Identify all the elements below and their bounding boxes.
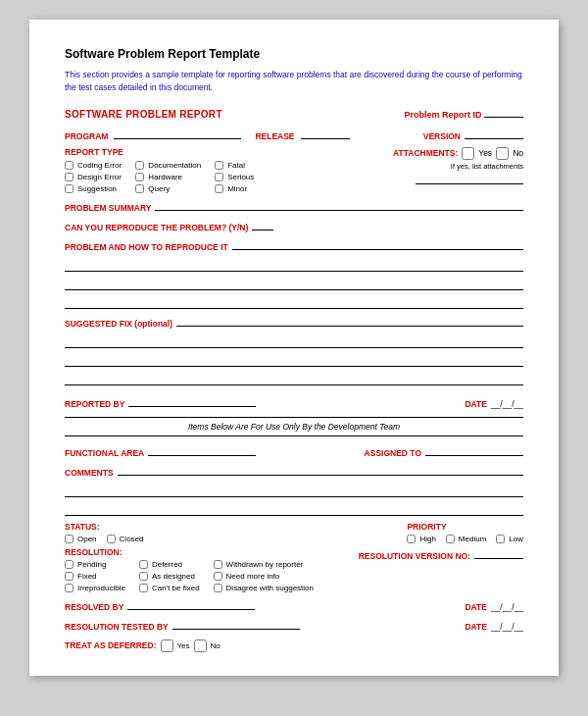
problem-report-id-group: Problem Report ID <box>404 106 523 120</box>
design-error-checkbox[interactable] <box>65 173 74 181</box>
attachments-block: ATTACHMENTS: Yes No If yes, list attachm… <box>393 147 523 184</box>
hardware-checkbox[interactable] <box>135 173 144 181</box>
checkbox-query: Query <box>135 184 201 193</box>
section-header: SOFTWARE PROBLEM REPORT <box>65 109 222 120</box>
suggested-fix-field3[interactable] <box>65 353 523 367</box>
problem-how-field3[interactable] <box>65 277 523 290</box>
status-open: Open <box>65 535 97 543</box>
fatal-checkbox[interactable] <box>215 161 223 170</box>
checkbox-serious: Serious <box>215 173 254 181</box>
release-field[interactable] <box>301 128 350 139</box>
program-field[interactable] <box>114 128 241 139</box>
problem-how-field1[interactable] <box>232 238 523 250</box>
resolution-block: RESOLUTION: Pending Deferred Withdrawn b… <box>65 547 314 592</box>
treat-as-deferred-row: TREAT AS DEFERRED: Yes No <box>65 639 523 652</box>
resolution-section: RESOLUTION: Pending Deferred Withdrawn b… <box>65 547 523 592</box>
reported-by-row: REPORTED BY DATE __/__/__ <box>65 395 523 409</box>
checkbox-minor: Minor <box>215 184 254 193</box>
query-checkbox[interactable] <box>135 184 144 193</box>
coding-error-checkbox[interactable] <box>65 161 74 170</box>
report-type-col3: Fatal Serious Minor <box>215 161 254 193</box>
resolution-tested-row: RESOLUTION TESTED BY DATE __/__/__ <box>65 618 523 632</box>
irreproducible-checkbox[interactable] <box>65 584 74 592</box>
res-pending: Pending <box>65 560 125 569</box>
problem-report-id-label: Problem Report ID <box>404 106 523 120</box>
res-withdrawn: Withdrawn by reporter <box>214 560 314 569</box>
res-cant-fix: Can't be fixed <box>139 584 200 592</box>
as-designed-checkbox[interactable] <box>139 572 148 581</box>
suggested-fix-field4[interactable] <box>65 372 523 385</box>
status-block: STATUS: Open Closed <box>65 522 143 543</box>
low-checkbox[interactable] <box>496 535 505 543</box>
attach-list-field[interactable] <box>416 173 523 184</box>
checkbox-design-error: Design Error <box>65 173 122 181</box>
comments-field3[interactable] <box>65 502 523 516</box>
disagree-checkbox[interactable] <box>214 584 222 592</box>
assigned-to-field[interactable] <box>425 444 523 456</box>
comments-field2[interactable] <box>65 484 523 497</box>
version-group: VERSION <box>423 128 523 141</box>
minor-checkbox[interactable] <box>215 184 223 193</box>
priority-medium: Medium <box>446 535 486 543</box>
high-checkbox[interactable] <box>407 535 416 543</box>
comments-field1[interactable] <box>118 464 523 476</box>
comments-group: COMMENTS <box>65 464 523 516</box>
res-fixed: Fixed <box>65 572 125 581</box>
res-need-more: Need more info <box>214 572 314 581</box>
priority-high: High <box>407 535 435 543</box>
need-more-checkbox[interactable] <box>214 572 222 581</box>
version-field[interactable] <box>465 128 523 139</box>
suggestion-checkbox[interactable] <box>65 184 74 193</box>
attach-yes-checkbox[interactable] <box>462 147 474 160</box>
documentation-checkbox[interactable] <box>135 161 144 170</box>
resolution-tested-field[interactable] <box>172 618 300 630</box>
problem-how-field4[interactable] <box>65 295 523 309</box>
report-type-col2: Documentation Hardware Query <box>135 161 201 193</box>
attach-note: If yes, list attachments <box>451 162 523 171</box>
reported-by-field[interactable] <box>128 395 256 407</box>
program-release-row: PROGRAM RELEASE <box>65 128 350 141</box>
medium-checkbox[interactable] <box>446 535 455 543</box>
cant-fix-checkbox[interactable] <box>139 584 148 592</box>
resolved-by-row: RESOLVED BY DATE __/__/__ <box>65 598 523 612</box>
dev-banner: Items Below Are For Use Only By the Deve… <box>65 417 523 436</box>
fixed-checkbox[interactable] <box>65 572 74 581</box>
page-title: Software Problem Report Template <box>65 47 523 61</box>
open-checkbox[interactable] <box>65 535 74 543</box>
resolved-by-field[interactable] <box>127 598 255 610</box>
report-type-block: REPORT TYPE Coding Error Design Error Su… <box>65 147 254 193</box>
res-disagree: Disagree with suggestion <box>214 584 314 592</box>
can-reproduce-row: CAN YOU REPRODUCE THE PROBLEM? (Y/N) <box>65 219 523 232</box>
checkbox-suggestion: Suggestion <box>65 184 122 193</box>
withdrawn-checkbox[interactable] <box>214 560 222 569</box>
resolution-grid: Pending Deferred Withdrawn by reporter F… <box>65 560 314 592</box>
closed-checkbox[interactable] <box>107 535 116 543</box>
res-as-designed: As designed <box>139 572 200 581</box>
resolution-version-block: RESOLUTION VERSION NO: <box>359 547 523 561</box>
res-irreproducible: Irreproducible <box>65 584 125 592</box>
problem-how-group: PROBLEM AND HOW TO REPRODUCE IT <box>65 238 523 309</box>
attach-no-checkbox[interactable] <box>496 147 509 160</box>
deferred-checkbox[interactable] <box>139 560 148 569</box>
serious-checkbox[interactable] <box>215 173 223 181</box>
treat-yes-checkbox[interactable] <box>161 639 173 652</box>
functional-assigned-row: FUNCTIONAL AREA ASSIGNED TO <box>65 444 523 458</box>
pending-checkbox[interactable] <box>65 560 74 569</box>
status-priority-section: STATUS: Open Closed PRIORITY High <box>65 522 523 543</box>
suggested-fix-field1[interactable] <box>176 315 523 327</box>
suggested-fix-group: SUGGESTED FIX (optional) <box>65 315 523 385</box>
treat-no-checkbox[interactable] <box>194 639 207 652</box>
resolution-version-field[interactable] <box>474 547 523 559</box>
checkbox-documentation: Documentation <box>135 161 201 170</box>
problem-summary-field[interactable] <box>155 199 523 211</box>
checkbox-hardware: Hardware <box>135 173 201 181</box>
checkbox-fatal: Fatal <box>215 161 254 170</box>
problem-summary-row: PROBLEM SUMMARY <box>65 199 523 213</box>
functional-area-field[interactable] <box>148 444 256 456</box>
problem-how-field2[interactable] <box>65 258 523 272</box>
report-type-col1: Coding Error Design Error Suggestion <box>65 161 122 193</box>
can-reproduce-field[interactable] <box>252 219 273 230</box>
problem-report-id-field[interactable] <box>484 106 523 118</box>
suggested-fix-field2[interactable] <box>65 334 523 348</box>
intro-text: This section provides a sample template … <box>65 69 523 94</box>
